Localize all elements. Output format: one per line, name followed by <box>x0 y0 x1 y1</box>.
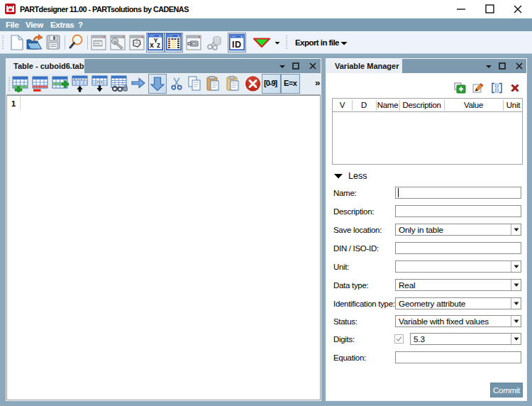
svg-text:z: z <box>157 41 160 49</box>
svg-text:ID: ID <box>232 40 241 50</box>
